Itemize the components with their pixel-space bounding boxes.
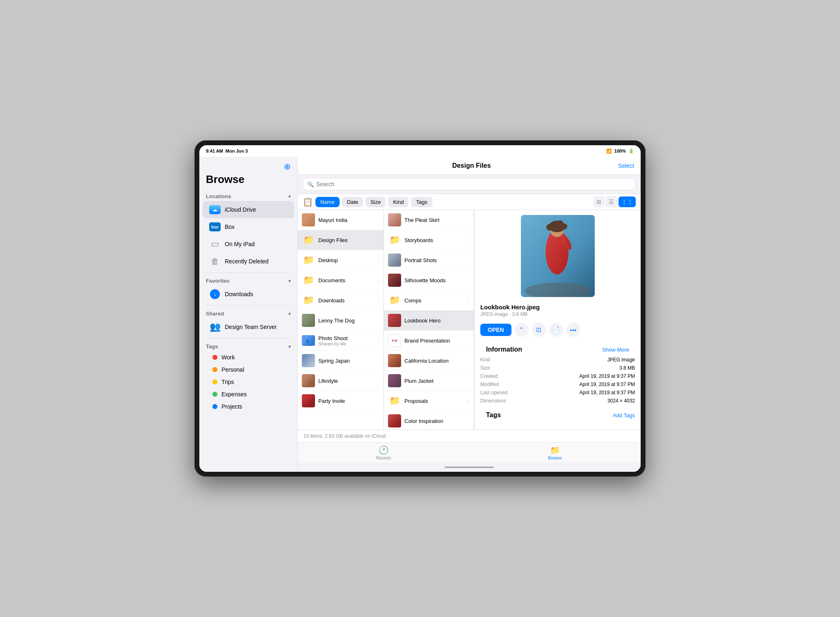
item-silhouette-moods: Silhouette Moods — [404, 277, 470, 283]
detail-more-icon[interactable]: ••• — [566, 323, 580, 337]
recents-tab-icon: 🕐 — [379, 445, 389, 455]
proposals-chevron-icon: › — [468, 398, 470, 403]
list-item[interactable]: Plum Jacket — [384, 371, 474, 391]
sidebar-item-icloud[interactable]: ☁ iCloud Drive — [203, 201, 294, 218]
list-item[interactable]: Lenny The Dog — [298, 311, 383, 331]
sidebar-section-locations: Locations ▾ — [199, 191, 297, 201]
item-downloads: Downloads — [318, 297, 374, 304]
spring-japan-thumb — [302, 354, 315, 367]
app-body: ⊕ Browse Locations ▾ ☁ iCloud Drive box — [199, 157, 641, 472]
view-column-button[interactable]: ⋮⋮ — [619, 197, 636, 207]
sort-name-button[interactable]: Name — [315, 197, 340, 207]
sidebar-title: Browse — [199, 173, 297, 191]
battery-level: 100% — [614, 149, 626, 153]
toolbar-folder-icon[interactable]: 📋 — [303, 197, 313, 207]
sidebar-item-ipad[interactable]: ▭ On My iPad — [203, 235, 294, 253]
item-california-location: California Location — [404, 358, 470, 364]
detail-modified-key: Modified — [480, 382, 499, 387]
mayuri-thumb — [302, 213, 315, 226]
list-item[interactable]: Color Inspiration — [384, 411, 474, 430]
sort-kind-button[interactable]: Kind — [388, 197, 409, 207]
sidebar-item-expenses[interactable]: Expenses — [203, 388, 294, 400]
sort-size-button[interactable]: Size — [365, 197, 386, 207]
search-input[interactable] — [316, 181, 631, 187]
item-lookbook-hero: Lookbook Hero — [404, 318, 470, 324]
sidebar-item-box-label: Box — [225, 224, 235, 230]
list-item[interactable]: 👥 Photo Shoot Shared by Me › — [298, 331, 383, 351]
item-party-invite: Party Invite — [318, 398, 379, 404]
detail-copy-icon[interactable]: ⊡ — [532, 323, 546, 337]
detail-image-preview — [521, 215, 595, 297]
toolbar: 📋 Name Date Size Kind Tags ⊞ ☰ ⋮⋮ — [298, 194, 641, 210]
sidebar-item-work[interactable]: Work — [203, 351, 294, 363]
list-item[interactable]: Lookbook Hero — [384, 311, 474, 331]
column-2: The Pleat Skirt 📁 Storyboards › Portrait… — [384, 210, 474, 430]
detail-add-tags-button[interactable]: Add Tags — [613, 412, 635, 418]
list-item[interactable]: 📁 Downloads › — [298, 290, 383, 311]
list-item[interactable]: Mayuri India — [298, 210, 383, 230]
sidebar-item-trips[interactable]: Trips — [203, 376, 294, 388]
list-item[interactable]: Lifestyle — [298, 371, 383, 391]
list-item[interactable]: 📁 Storyboards › — [384, 230, 474, 250]
detail-panel: Lookbook Hero.jpeg JPEG image · 3.8 MB O… — [474, 210, 641, 430]
color-inspiration-thumb — [388, 414, 401, 427]
list-item[interactable]: 📁 Comps › — [384, 290, 474, 311]
detail-info-icon[interactable]: 📄 — [549, 323, 563, 337]
view-grid-button[interactable]: ⊞ — [593, 197, 604, 207]
documents-chevron-icon: › — [378, 278, 379, 283]
detail-share-icon[interactable]: ⌃ — [515, 323, 529, 337]
photo-shoot-folder-icon: 👥 — [302, 334, 315, 347]
sidebar-section-favorites: Favorites ▾ — [199, 275, 297, 286]
downloads-circle-icon: ↓ — [210, 289, 220, 299]
detail-preview — [475, 210, 641, 302]
detail-tags-title: Tags — [480, 409, 507, 420]
tab-recents[interactable]: 🕐 Recents — [298, 445, 469, 460]
detail-info-header: Information Show More — [475, 341, 641, 356]
list-item[interactable]: 📁 Proposals › — [384, 391, 474, 411]
sidebar-section-tags: Tags ▾ — [199, 341, 297, 351]
sidebar-item-recently-deleted[interactable]: 🗑 Recently Deleted — [203, 253, 294, 270]
view-list-button[interactable]: ☰ — [606, 197, 617, 207]
search-icon: 🔍 — [307, 181, 314, 187]
list-item[interactable]: Silhouette Moods — [384, 270, 474, 290]
select-button[interactable]: Select — [618, 162, 634, 169]
sidebar-item-design-team[interactable]: 👥 Design Team Server — [203, 318, 294, 336]
sidebar-more-button[interactable]: ⊕ — [284, 162, 291, 171]
divider-2 — [206, 305, 291, 306]
storyboards-folder-icon: 📁 — [388, 233, 401, 247]
sidebar-item-expenses-label: Expenses — [221, 391, 247, 398]
plum-jacket-thumb — [388, 374, 401, 387]
detail-lastopened-value: April 19, 2019 at 9:37 PM — [580, 390, 635, 395]
party-invite-thumb — [302, 394, 315, 407]
sort-date-button[interactable]: Date — [342, 197, 363, 207]
item-photo-shoot: Photo Shoot — [318, 335, 374, 341]
column-1: Mayuri India 📁 Design Files › 📁 — [298, 210, 384, 430]
tags-label: Tags — [206, 343, 218, 350]
sidebar-item-box[interactable]: box Box — [203, 218, 294, 235]
list-item[interactable]: Party Invite — [298, 391, 383, 411]
sidebar-item-projects[interactable]: Projects — [203, 400, 294, 413]
design-files-folder-icon: 📁 — [302, 233, 315, 247]
list-item[interactable]: Portrait Shots — [384, 250, 474, 270]
favorites-chevron-icon: ▾ — [288, 278, 291, 284]
list-item[interactable]: 📁 Design Files › — [298, 230, 383, 250]
pleat-skirt-thumb — [388, 213, 401, 226]
detail-open-button[interactable]: OPEN — [480, 324, 511, 336]
sidebar-item-personal[interactable]: Personal — [203, 363, 294, 376]
list-item[interactable]: 📁 Documents › — [298, 270, 383, 290]
downloads-folder-icon: 📁 — [302, 294, 315, 307]
list-item[interactable]: Spring Japan — [298, 351, 383, 371]
list-item[interactable]: The Pleat Skirt — [384, 210, 474, 230]
detail-size-key: Size — [480, 365, 490, 371]
tab-browse[interactable]: 📁 Browse — [469, 445, 641, 460]
silhouette-moods-thumb — [388, 274, 401, 287]
list-item[interactable]: Pdf Brand Presentation — [384, 331, 474, 351]
trips-tag-dot — [212, 379, 217, 384]
item-comps: Comps — [404, 297, 465, 304]
list-item[interactable]: 📁 Desktop › — [298, 250, 383, 270]
sidebar-item-downloads[interactable]: ↓ Downloads — [203, 286, 294, 303]
list-item[interactable]: California Location — [384, 351, 474, 371]
detail-show-more-button[interactable]: Show More — [596, 344, 635, 354]
sort-tags-button[interactable]: Tags — [411, 197, 432, 207]
desktop-folder-icon: 📁 — [302, 254, 315, 267]
